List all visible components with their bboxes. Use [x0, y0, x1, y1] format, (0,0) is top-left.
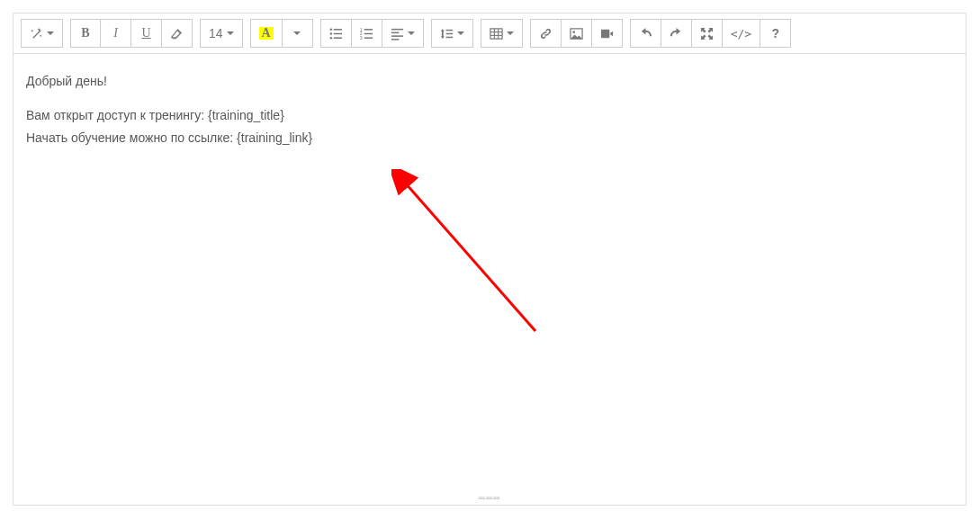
video-button[interactable] — [592, 19, 623, 48]
line-height-icon — [440, 27, 454, 40]
magic-wand-icon — [30, 27, 43, 40]
svg-text:3: 3 — [360, 36, 363, 40]
caret-down-icon — [408, 31, 415, 35]
svg-rect-3 — [333, 29, 341, 31]
ordered-list-button[interactable]: 123 — [352, 19, 382, 48]
clear-format-button[interactable] — [162, 19, 193, 48]
eraser-icon — [170, 27, 184, 40]
svg-rect-12 — [391, 28, 403, 30]
font-size-value: 14 — [209, 27, 223, 40]
annotation-arrow-icon — [391, 169, 553, 340]
svg-line-27 — [405, 183, 535, 331]
align-icon — [391, 27, 404, 40]
video-icon — [600, 27, 614, 40]
redo-icon — [670, 27, 683, 40]
line-height-button[interactable] — [431, 19, 473, 48]
code-icon: </> — [731, 28, 751, 40]
underline-button[interactable]: U — [131, 19, 162, 48]
link-icon — [539, 27, 553, 40]
list-ul-icon — [329, 27, 343, 40]
caret-down-icon — [507, 31, 514, 35]
svg-rect-19 — [490, 28, 502, 38]
unordered-list-button[interactable] — [320, 19, 352, 48]
svg-rect-5 — [333, 37, 341, 39]
svg-rect-13 — [391, 31, 399, 33]
svg-rect-17 — [445, 32, 453, 34]
undo-button[interactable] — [630, 19, 661, 48]
table-button[interactable] — [481, 19, 523, 48]
editor-toolbar: B I U 14 A — [13, 13, 966, 54]
svg-point-25 — [572, 31, 575, 33]
content-line: Вам открыт доступ к тренингу: {training_… — [26, 106, 953, 124]
svg-rect-10 — [364, 32, 372, 34]
arrows-alt-icon — [700, 27, 714, 40]
undo-icon — [639, 27, 652, 40]
svg-rect-18 — [445, 36, 453, 38]
picture-button[interactable] — [562, 19, 592, 48]
editor-content[interactable]: Добрый день! Вам открыт доступ к тренинг… — [13, 54, 966, 495]
resize-handle[interactable]: ═══ — [479, 493, 500, 503]
rich-text-editor: B I U 14 A — [13, 13, 967, 506]
content-line: Добрый день! — [26, 72, 953, 90]
svg-rect-26 — [601, 29, 609, 37]
italic-icon: I — [113, 27, 118, 40]
font-color-icon: A — [259, 27, 274, 40]
help-button[interactable]: ? — [760, 19, 791, 48]
caret-down-icon — [293, 31, 301, 35]
caret-down-icon — [47, 31, 54, 35]
caret-down-icon — [227, 31, 234, 35]
svg-rect-9 — [364, 29, 372, 31]
svg-point-2 — [329, 36, 331, 38]
redo-button[interactable] — [661, 19, 692, 48]
svg-rect-15 — [391, 39, 399, 40]
svg-point-0 — [329, 28, 331, 30]
fullscreen-button[interactable] — [692, 19, 723, 48]
bold-button[interactable]: B — [70, 19, 101, 48]
picture-icon — [570, 27, 583, 40]
caret-down-icon — [457, 31, 464, 35]
bold-icon: B — [81, 27, 89, 40]
svg-point-1 — [329, 32, 331, 34]
help-icon: ? — [771, 27, 779, 40]
font-size-button[interactable]: 14 — [200, 19, 243, 48]
style-button[interactable] — [21, 19, 63, 48]
italic-button[interactable]: I — [101, 19, 131, 48]
code-view-button[interactable]: </> — [723, 19, 760, 48]
underline-icon: U — [141, 27, 150, 40]
svg-rect-16 — [445, 29, 453, 31]
content-line: Начать обучение можно по ссылке: {traini… — [26, 129, 953, 147]
svg-rect-4 — [333, 32, 341, 34]
font-color-more-button[interactable] — [283, 19, 313, 48]
svg-rect-14 — [391, 35, 403, 37]
link-button[interactable] — [530, 19, 562, 48]
paragraph-button[interactable] — [382, 19, 424, 48]
font-color-button[interactable]: A — [250, 19, 283, 48]
table-icon — [490, 27, 503, 40]
list-ol-icon: 123 — [360, 27, 373, 40]
svg-rect-11 — [364, 37, 372, 39]
